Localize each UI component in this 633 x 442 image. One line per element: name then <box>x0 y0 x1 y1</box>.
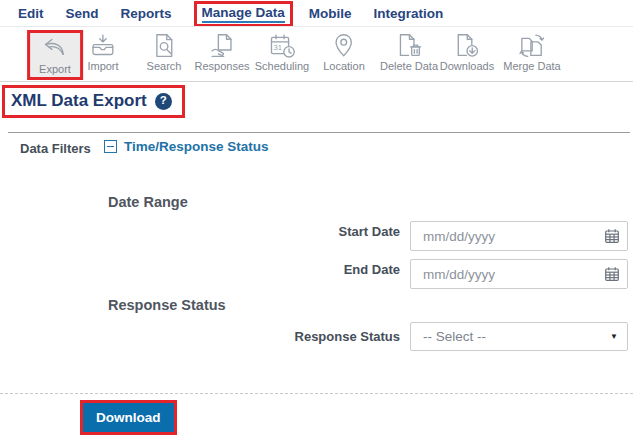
toolbar-item-scheduling[interactable]: 31 Scheduling <box>249 30 315 74</box>
help-icon[interactable]: ? <box>155 93 172 110</box>
scheduling-icon: 31 <box>269 32 296 59</box>
start-date-field <box>410 221 628 251</box>
end-date-label: End Date <box>280 262 400 277</box>
nav-item-manage-data[interactable]: Manage Data <box>202 5 285 23</box>
annotation-box-manage-data: Manage Data <box>194 1 293 27</box>
toolbar-item-export[interactable]: Export <box>27 30 83 80</box>
response-status-field: -- Select -- ▼ <box>410 322 628 351</box>
title-row: XML Data Export ? <box>2 85 185 118</box>
delete-data-icon <box>396 32 423 59</box>
data-filters-label: Data Filters <box>20 141 91 156</box>
manage-data-toolbar: Export Import Search <box>0 26 633 82</box>
section-label: Time/Response Status <box>124 139 269 154</box>
toolbar-item-search[interactable]: Search <box>141 30 188 74</box>
toolbar-item-label: Merge Data <box>503 60 560 72</box>
footer-divider <box>0 393 633 394</box>
response-status-heading: Response Status <box>108 297 226 313</box>
toolbar-item-responses[interactable]: Responses <box>188 30 255 74</box>
nav-item-reports[interactable]: Reports <box>121 6 172 21</box>
nav-item-edit[interactable]: Edit <box>18 6 44 21</box>
toolbar-item-label: Location <box>323 60 365 72</box>
dropdown-arrow-icon: ▼ <box>610 332 618 341</box>
toolbar-item-label: Import <box>87 60 118 72</box>
end-date-input[interactable] <box>410 259 628 289</box>
merge-data-icon <box>518 32 545 59</box>
toolbar-item-label: Export <box>39 63 71 75</box>
toolbar-item-merge-data[interactable]: Merge Data <box>497 30 566 74</box>
svg-text:31: 31 <box>273 43 281 52</box>
start-date-calendar-icon[interactable] <box>604 228 620 244</box>
toolbar-item-label: Downloads <box>440 60 494 72</box>
annotation-box-download: Download <box>80 400 177 435</box>
toolbar-item-label: Delete Data <box>380 60 438 72</box>
end-date-field <box>410 259 628 289</box>
toolbar-item-location[interactable]: Location <box>317 30 371 74</box>
toolbar-item-label: Scheduling <box>255 60 309 72</box>
start-date-input[interactable] <box>410 221 628 251</box>
search-icon <box>150 32 177 59</box>
toolbar-item-label: Responses <box>194 60 249 72</box>
start-date-label: Start Date <box>280 224 400 239</box>
nav-item-mobile[interactable]: Mobile <box>309 6 352 21</box>
response-status-label: Response Status <box>280 329 400 344</box>
section-toggle-time-response-status[interactable]: Time/Response Status <box>104 139 269 154</box>
response-status-select[interactable]: -- Select -- ▼ <box>410 322 628 351</box>
top-nav: Edit Send Reports Manage Data Mobile Int… <box>0 0 633 26</box>
app-window: Edit Send Reports Manage Data Mobile Int… <box>0 0 633 442</box>
toolbar-item-downloads[interactable]: Downloads <box>434 30 500 74</box>
import-icon <box>90 32 117 59</box>
nav-item-send[interactable]: Send <box>66 6 99 21</box>
nav-item-integration[interactable]: Integration <box>374 6 444 21</box>
toolbar-item-label: Search <box>147 60 182 72</box>
download-button[interactable]: Download <box>83 403 174 432</box>
location-icon <box>331 32 358 59</box>
collapse-minus-icon[interactable] <box>104 140 117 153</box>
export-icon <box>41 35 68 62</box>
title-divider <box>8 132 630 133</box>
page-title: XML Data Export <box>11 91 147 111</box>
toolbar-item-import[interactable]: Import <box>81 30 124 74</box>
downloads-icon <box>453 32 480 59</box>
end-date-calendar-icon[interactable] <box>604 266 620 282</box>
annotation-box-title: XML Data Export ? <box>2 85 185 118</box>
responses-icon <box>208 32 235 59</box>
date-range-heading: Date Range <box>108 194 188 210</box>
selected-option: -- Select -- <box>423 329 486 344</box>
